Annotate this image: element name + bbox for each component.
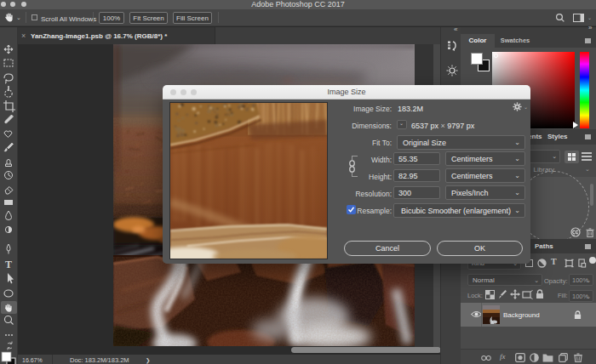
svg-text:T: T: [5, 259, 12, 270]
